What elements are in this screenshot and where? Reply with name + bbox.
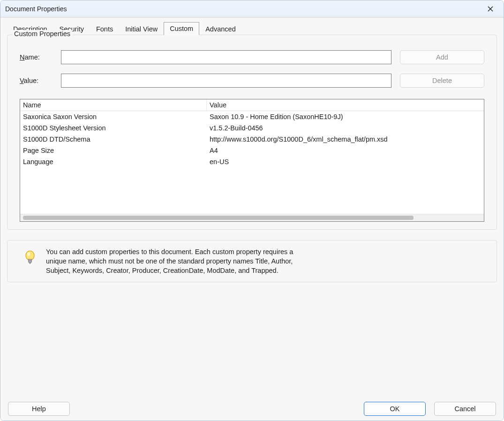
table-row[interactable]: S1000D DTD/Schema http://www.s1000d.org/… (20, 134, 484, 145)
svg-point-6 (27, 252, 30, 256)
svg-rect-5 (30, 263, 31, 264)
value-input[interactable] (61, 74, 391, 88)
cell-value: http://www.s1000d.org/S1000D_6/xml_schem… (207, 134, 484, 145)
name-input[interactable] (61, 50, 391, 64)
name-label: Name: (20, 53, 53, 61)
titlebar: Document Properties (0, 0, 504, 17)
cell-name: S1000D DTD/Schema (20, 134, 207, 145)
close-icon (487, 6, 494, 12)
cancel-button[interactable]: Cancel (434, 402, 496, 416)
cell-value: A4 (207, 145, 484, 156)
ok-button[interactable]: OK (364, 402, 426, 416)
info-box: You can add custom properties to this do… (7, 240, 497, 282)
add-button[interactable]: Add (400, 50, 484, 64)
dialog-footer: Help OK Cancel (4, 398, 500, 416)
column-header-name[interactable]: Name (20, 99, 207, 111)
tab-custom[interactable]: Custom (164, 22, 199, 35)
properties-table[interactable]: Name Value Saxonica Saxon Version Saxon … (20, 99, 484, 222)
tab-bar: Description Security Fonts Initial View … (7, 22, 500, 35)
dialog-window: Document Properties Description Security… (0, 0, 504, 421)
dialog-body: Description Security Fonts Initial View … (0, 17, 504, 421)
form-area: Name: Add Value: Delete (20, 50, 484, 88)
value-label: Value: (20, 77, 53, 84)
scrollbar-thumb[interactable] (23, 216, 414, 220)
group-legend: Custom Properties (12, 30, 72, 38)
delete-button[interactable]: Delete (400, 74, 484, 88)
tab-initial-view[interactable]: Initial View (119, 23, 164, 35)
cell-name: S1000D Stylesheet Version (20, 122, 207, 134)
close-button[interactable] (482, 2, 499, 15)
cell-name: Page Size (20, 145, 207, 156)
column-header-value[interactable]: Value (207, 99, 484, 111)
svg-point-2 (26, 251, 34, 260)
table-row[interactable]: Saxonica Saxon Version Saxon 10.9 - Home… (20, 111, 484, 122)
cell-name: Language (20, 156, 207, 167)
custom-properties-group: Custom Properties Name: Add Value: Delet… (7, 35, 497, 230)
cell-name: Saxonica Saxon Version (20, 111, 207, 122)
tab-advanced[interactable]: Advanced (199, 23, 242, 35)
tab-fonts[interactable]: Fonts (90, 23, 119, 35)
cell-value: en-US (207, 156, 484, 167)
cell-value: v1.5.2-Build-0456 (207, 122, 484, 134)
table-header: Name Value (20, 99, 484, 111)
horizontal-scrollbar[interactable] (20, 214, 484, 221)
window-title: Document Properties (5, 5, 482, 13)
table-body: Saxonica Saxon Version Saxon 10.9 - Home… (20, 111, 484, 214)
table-row[interactable]: S1000D Stylesheet Version v1.5.2-Build-0… (20, 122, 484, 134)
table-row[interactable]: Language en-US (20, 156, 484, 167)
cell-value: Saxon 10.9 - Home Edition (SaxonHE10-9J) (207, 111, 484, 122)
table-row[interactable]: Page Size A4 (20, 145, 484, 156)
help-button[interactable]: Help (8, 402, 70, 416)
lightbulb-icon (24, 250, 36, 267)
info-text: You can add custom properties to this do… (46, 247, 299, 275)
